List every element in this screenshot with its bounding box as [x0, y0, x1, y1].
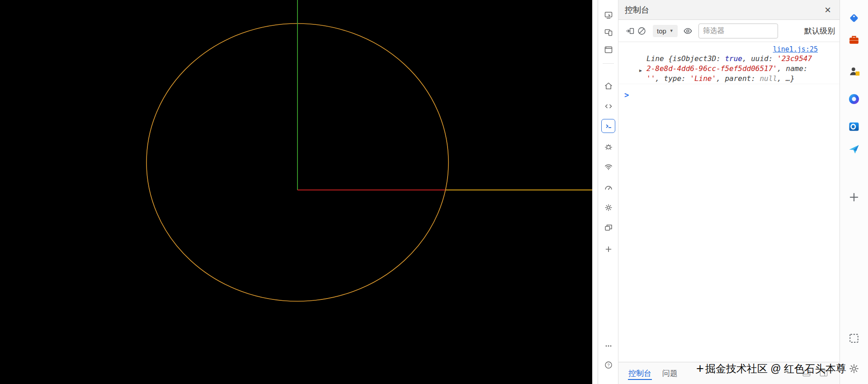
- paper-plane-icon: [848, 142, 860, 155]
- activity-bar-separator: [603, 63, 614, 64]
- context-selector[interactable]: top ▼: [653, 25, 678, 37]
- office-briefcase-icon: [848, 33, 860, 46]
- log-source-row: line1.js:25: [618, 42, 840, 54]
- outlook-button[interactable]: [847, 120, 861, 133]
- inspect-button[interactable]: [601, 8, 615, 22]
- clear-console-button[interactable]: [636, 25, 647, 37]
- drop-button[interactable]: [847, 142, 861, 156]
- expand-sidebar-icon: [625, 26, 635, 36]
- close-button[interactable]: ×: [821, 3, 835, 17]
- sidebar-add-button[interactable]: [847, 190, 861, 204]
- clear-console-icon: [637, 26, 646, 36]
- drawer-tab-bar: 控制台 问题: [618, 362, 840, 384]
- log-object-preview: ▶ Line {isObject3D: true, uuid: '23c9547…: [618, 54, 840, 84]
- gear-icon: [848, 362, 860, 375]
- console-icon: [604, 122, 613, 131]
- console-toolbar: top ▼ 默认级别: [618, 20, 840, 42]
- help-button[interactable]: ?: [601, 358, 615, 372]
- svg-text:?: ?: [607, 362, 609, 367]
- home-icon: [604, 81, 613, 90]
- inspect-icon: [604, 10, 613, 19]
- shopping-tag-button[interactable]: [847, 11, 861, 25]
- console-header: 控制台 ×: [618, 0, 840, 20]
- source-link[interactable]: line1.js:25: [773, 45, 818, 53]
- plus-icon: [848, 191, 860, 204]
- shopping-tag-icon: [848, 12, 860, 24]
- copilot-button[interactable]: [847, 92, 861, 106]
- console-messages: line1.js:25 ▶ Line {isObject3D: true, uu…: [618, 42, 840, 100]
- expand-sidebar-button[interactable]: [624, 25, 636, 37]
- chevron-down-icon: ▼: [670, 28, 674, 33]
- ellipsis-icon: [604, 341, 613, 351]
- tab-console[interactable]: 控制台: [623, 362, 657, 384]
- sidebar-settings-button[interactable]: [847, 362, 861, 375]
- screenshot-button[interactable]: [847, 332, 861, 345]
- log-line-1: Line {isObject3D: true, uuid: '23c9547: [646, 54, 835, 64]
- log-line-3: '', type: 'Line', parent: null, …}: [646, 74, 835, 84]
- more-tools-button[interactable]: [601, 242, 615, 256]
- network-button[interactable]: [601, 160, 615, 174]
- bug-icon: [604, 142, 613, 151]
- filter-input[interactable]: [698, 24, 778, 38]
- console-title: 控制台: [625, 5, 649, 15]
- performance-button[interactable]: [601, 180, 615, 194]
- dock-bottom-icon[interactable]: [802, 368, 811, 378]
- office-button[interactable]: [847, 33, 861, 47]
- edge-sidebar: [840, 0, 868, 384]
- dock-controls: [802, 362, 840, 384]
- threejs-canvas[interactable]: [0, 0, 592, 384]
- context-selector-value: top: [657, 27, 666, 35]
- elements-button[interactable]: [601, 99, 615, 113]
- elements-icon: [604, 102, 613, 111]
- copilot-icon: [848, 93, 860, 105]
- devtools-activity-bar: ?: [598, 0, 618, 384]
- device-emulation-icon: [604, 28, 613, 37]
- live-expression-button[interactable]: [682, 25, 694, 37]
- network-icon: [604, 162, 613, 171]
- application-icon: [604, 223, 613, 232]
- prompt-chevron-icon: >: [624, 90, 629, 100]
- contacts-button[interactable]: [847, 65, 861, 78]
- home-button[interactable]: [601, 79, 615, 93]
- help-icon: ?: [604, 360, 613, 370]
- more-options-button[interactable]: [601, 339, 615, 353]
- settings-gear-icon: [604, 203, 613, 212]
- tab-issues[interactable]: 问题: [657, 362, 683, 384]
- scene-drawing: [0, 0, 592, 384]
- expand-arrow-icon[interactable]: ▶: [639, 66, 642, 76]
- log-line-2: 2-8e8d-4dd6-96cc-f5ef5dd06517', name:: [646, 64, 835, 74]
- debug-button[interactable]: [601, 139, 615, 153]
- console-input-row[interactable]: >: [618, 90, 840, 100]
- application-button[interactable]: [601, 221, 615, 235]
- eye-icon: [683, 26, 693, 36]
- settings-button[interactable]: [601, 200, 615, 214]
- performance-icon: [604, 183, 613, 192]
- dock-right-icon[interactable]: [819, 368, 829, 378]
- console-button[interactable]: [601, 119, 615, 133]
- plus-icon: [604, 245, 613, 254]
- outlook-icon: [848, 120, 860, 133]
- browser-tab-button[interactable]: [601, 43, 615, 57]
- console-panel: 控制台 × top ▼ 默认级别 line1.js:25: [618, 0, 840, 384]
- browser-tab-icon: [604, 45, 613, 54]
- device-emulation-button[interactable]: [601, 25, 615, 39]
- contacts-icon: [848, 65, 860, 78]
- screenshot-selection-icon: [848, 332, 860, 345]
- log-level-dropdown[interactable]: 默认级别: [804, 26, 836, 36]
